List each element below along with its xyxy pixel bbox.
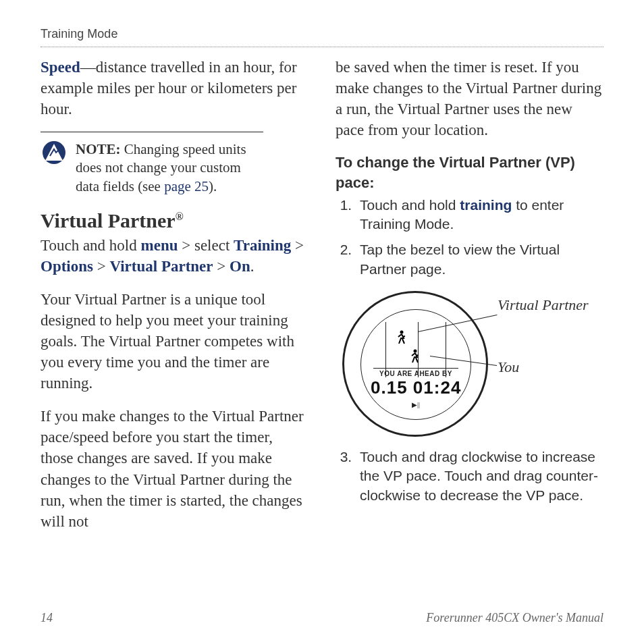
left-column: Speed—distance travelled in an hour, for… [41, 57, 308, 590]
play-pause-icon: ▶|| [412, 401, 420, 408]
virtual-partner-heading: Virtual Partner® [41, 209, 308, 232]
page-footer: 14 Forerunner 405CX Owner's Manual [41, 611, 603, 625]
virtual-partner-runner-icon [395, 330, 407, 345]
speed-term: Speed [41, 59, 80, 76]
status-line: YOU ARE AHEAD BY [373, 368, 458, 377]
watch-readout: 0.15 01:24 [371, 377, 461, 398]
running-head: Training Mode [41, 27, 603, 47]
menu-path: Touch and hold menu > select Training > … [41, 235, 308, 277]
vp-intro-para: Your Virtual Partner is a unique tool de… [41, 289, 308, 394]
callout-virtual-partner: Virtual Partner [498, 296, 589, 314]
you-runner-icon [408, 349, 421, 364]
vp-continuation-para: be saved when the timer is reset. If you… [336, 57, 603, 140]
steps-list: Touch and hold training to enter Trainin… [336, 196, 603, 279]
vp-changes-para: If you make changes to the Virtual Partn… [41, 406, 308, 531]
warning-triangle-icon [41, 140, 68, 165]
note-block: NOTE: Changing speed units does not chan… [41, 132, 263, 196]
page-number: 14 [41, 611, 53, 625]
svg-point-1 [400, 330, 404, 333]
manual-title: Forerunner 405CX Owner's Manual [426, 611, 603, 625]
right-column: be saved when the timer is reset. If you… [336, 57, 603, 590]
note-text: NOTE: Changing speed units does not chan… [76, 140, 263, 196]
change-vp-pace-heading: To change the Virtual Partner (VP) pace: [336, 153, 603, 192]
watch-face: YOU ARE AHEAD BY 0.15 01:24 ▶|| [360, 309, 471, 420]
page-25-link[interactable]: page 25 [164, 178, 209, 194]
watch-bezel: YOU ARE AHEAD BY 0.15 01:24 ▶|| [342, 291, 488, 437]
speed-definition: Speed—distance travelled in an hour, for… [41, 57, 308, 119]
callout-you: You [498, 358, 519, 376]
svg-point-2 [414, 349, 417, 352]
steps-list-cont: Touch and drag clockwise to increase the… [336, 448, 603, 505]
watch-illustration: YOU ARE AHEAD BY 0.15 01:24 ▶|| Virtual … [336, 291, 603, 439]
step-3: Touch and drag clockwise to increase the… [356, 448, 603, 505]
step-2: Tap the bezel to view the Virtual Partne… [356, 240, 603, 279]
step-1: Touch and hold training to enter Trainin… [356, 196, 603, 234]
